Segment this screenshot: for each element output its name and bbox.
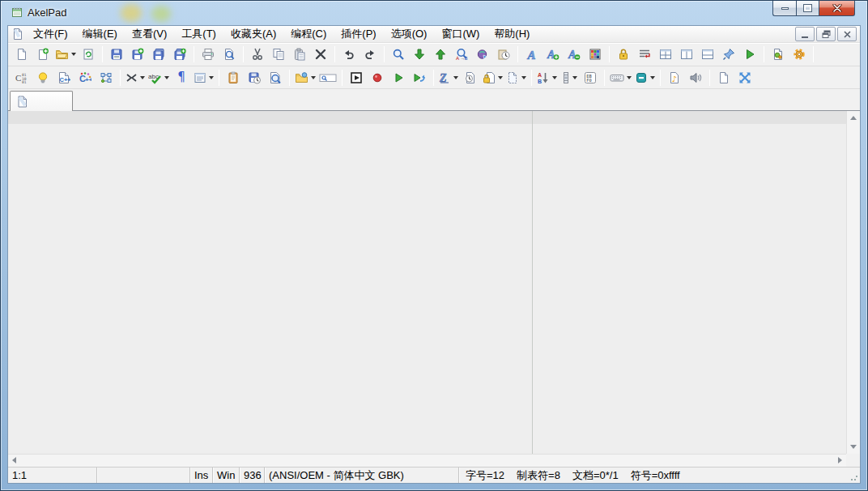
recent-files-icon[interactable] xyxy=(461,68,480,88)
find-prev-icon[interactable] xyxy=(431,45,450,64)
open-file-button[interactable] xyxy=(54,45,77,64)
mdi-minimize-button[interactable] xyxy=(795,27,815,41)
speech-icon[interactable] xyxy=(686,68,705,88)
save-icon[interactable] xyxy=(107,45,126,64)
read-only-icon[interactable] xyxy=(614,45,633,64)
menu-file[interactable]: 文件(F) xyxy=(26,26,75,42)
code-tree-icon[interactable] xyxy=(96,68,116,88)
spell-check-button[interactable]: abc xyxy=(147,68,170,88)
find-icon[interactable] xyxy=(389,45,408,64)
mdi-restore-icon xyxy=(822,30,831,38)
scroll-left-icon[interactable] xyxy=(12,457,16,463)
macro-play-icon[interactable] xyxy=(389,68,408,88)
print-icon[interactable] xyxy=(198,45,218,64)
maximize-button[interactable] xyxy=(796,1,819,16)
file-lock-button[interactable] xyxy=(482,68,504,88)
line-board-button[interactable] xyxy=(193,68,215,88)
scroll-down-icon[interactable] xyxy=(850,445,857,449)
settings-icon[interactable] xyxy=(789,45,809,64)
execute-icon[interactable] xyxy=(740,45,760,64)
replace-icon[interactable]: A→B xyxy=(452,45,471,64)
document-tab[interactable] xyxy=(10,91,73,111)
fold-button[interactable] xyxy=(125,68,146,88)
menu-help[interactable]: 帮助(H) xyxy=(487,26,537,42)
new-file-icon[interactable] xyxy=(12,45,32,64)
save-all-icon[interactable] xyxy=(149,45,168,64)
word-wrap-icon[interactable] xyxy=(635,45,654,64)
color-theme-icon[interactable] xyxy=(585,45,605,64)
find-next-icon[interactable] xyxy=(410,45,429,64)
macro-play-multi-icon[interactable] xyxy=(410,68,429,88)
vertical-scrollbar[interactable] xyxy=(846,111,860,454)
hex-view-icon[interactable]: C011001 xyxy=(12,68,32,88)
minimize-button[interactable] xyxy=(772,1,796,16)
save-all-as-icon[interactable] xyxy=(170,45,189,64)
paste-icon[interactable] xyxy=(290,45,309,64)
plugins-script-icon[interactable] xyxy=(768,45,788,64)
mdi-restore-button[interactable] xyxy=(816,27,836,41)
always-on-top-icon[interactable] xyxy=(719,45,738,64)
menu-plugins[interactable]: 插件(P) xyxy=(334,26,383,42)
menu-favorites[interactable]: 收藏夹(A) xyxy=(223,26,283,42)
menu-tools[interactable]: 工具(T) xyxy=(174,26,223,42)
reopen-file-icon[interactable] xyxy=(79,45,98,64)
font-smaller-icon[interactable]: A xyxy=(564,45,584,64)
edit-area[interactable] xyxy=(8,110,860,467)
print-preview-icon[interactable] xyxy=(219,45,239,64)
full-screen-icon[interactable] xyxy=(735,68,755,88)
codepage-id[interactable]: 936 xyxy=(240,468,265,483)
mdi-close-button[interactable] xyxy=(837,27,857,41)
new-window-icon[interactable] xyxy=(33,45,53,64)
sounds-icon[interactable]: ♪ xyxy=(665,68,684,88)
quick-search-icon[interactable] xyxy=(318,68,338,88)
menu-window[interactable]: 窗口(W) xyxy=(434,26,487,42)
mdi-document-icon[interactable] xyxy=(12,28,23,41)
close-button[interactable] xyxy=(819,1,855,16)
line-break-format[interactable]: Win xyxy=(213,468,240,483)
char-code-icon[interactable]: EBF0 xyxy=(581,68,600,88)
scroll-right-icon[interactable] xyxy=(838,457,842,463)
save-session-icon[interactable] xyxy=(245,68,264,88)
menu-options[interactable]: 选项(O) xyxy=(384,26,435,42)
quick-hint-icon[interactable] xyxy=(33,68,53,88)
svg-text:♪: ♪ xyxy=(672,74,677,83)
typing-mode[interactable]: Ins xyxy=(190,468,213,483)
font-larger-icon[interactable]: A xyxy=(543,45,563,64)
resize-grip[interactable] xyxy=(850,473,858,481)
sort-lines-button[interactable]: AB xyxy=(536,68,558,88)
column-ruler-button[interactable] xyxy=(560,68,579,88)
menu-coder[interactable]: 编程(C) xyxy=(283,26,334,42)
split-window-vertical-icon[interactable] xyxy=(677,45,696,64)
favorites-folder-button[interactable] xyxy=(294,68,317,88)
cut-icon[interactable] xyxy=(248,45,267,64)
codepage-name[interactable]: (ANSI/OEM - 简体中文 GBK) xyxy=(265,468,459,483)
goto-icon[interactable] xyxy=(473,45,492,64)
minimize-to-tray-button[interactable] xyxy=(634,68,656,88)
split-window-4-icon[interactable] xyxy=(656,45,675,64)
new-instance-icon[interactable] xyxy=(714,68,734,88)
undo-icon[interactable] xyxy=(339,45,359,64)
scripts-button[interactable]: Z xyxy=(438,68,459,88)
show-symbols-icon[interactable]: ¶ xyxy=(172,68,191,88)
clipboard-board-icon[interactable] xyxy=(223,68,243,88)
keyboard-layout-button[interactable] xyxy=(609,68,632,88)
copy-icon[interactable] xyxy=(269,45,288,64)
menu-view[interactable]: 查看(V) xyxy=(125,26,174,42)
menu-edit[interactable]: 编辑(E) xyxy=(75,26,125,42)
scroll-up-icon[interactable] xyxy=(850,116,857,120)
source-file-icon[interactable]: C++ xyxy=(54,68,74,88)
split-window-horizontal-icon[interactable] xyxy=(698,45,717,64)
font-icon[interactable]: A xyxy=(522,45,542,64)
save-as-icon[interactable] xyxy=(128,45,147,64)
delete-icon[interactable] xyxy=(311,45,330,64)
redo-icon[interactable] xyxy=(360,45,380,64)
mdi-close-icon xyxy=(844,31,851,38)
code-highlight-icon[interactable]: C++ xyxy=(75,68,95,88)
macro-record-icon[interactable] xyxy=(368,68,387,88)
titlebar[interactable]: AkelPad xyxy=(1,1,867,25)
insert-date-icon[interactable] xyxy=(494,45,513,64)
horizontal-scrollbar[interactable] xyxy=(8,454,846,467)
preview-icon[interactable] xyxy=(266,68,285,88)
templates-button[interactable] xyxy=(505,68,527,88)
macro-window-icon[interactable] xyxy=(347,68,366,88)
